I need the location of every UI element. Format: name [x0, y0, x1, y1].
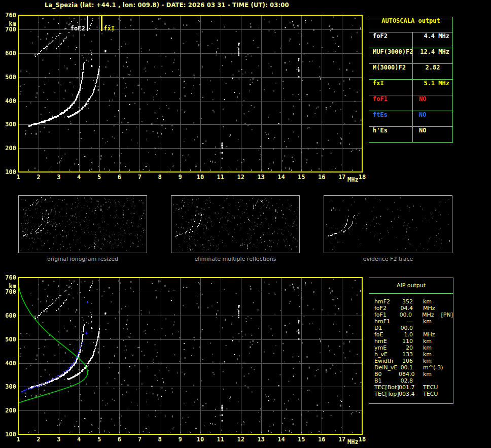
thumbnail-eliminate-reflections	[171, 195, 300, 253]
aip-row: hmE110km	[369, 338, 453, 344]
x-tick-label: 1	[12, 174, 24, 181]
x-tick-label: 17	[336, 436, 348, 443]
aip-panel-rows: hmF2352kmfoF204.4MHzfoF100.0MHz[PN]hmF1-…	[369, 294, 453, 397]
y-tick-label: 200	[0, 145, 16, 152]
aip-row-label: TEC[Top]	[369, 391, 399, 397]
aip-row-value: ---	[399, 318, 413, 325]
x-tick-label: 15	[295, 436, 307, 443]
aip-row-unit: km	[423, 358, 432, 364]
aip-row: foF204.4MHz	[369, 305, 453, 312]
autoscala-row-value: 2.82	[413, 64, 452, 79]
aip-row-value: 001.7	[399, 384, 413, 391]
y-tick-label: 300	[0, 121, 16, 128]
ionogram-plot-bottom-with-profile	[18, 277, 363, 435]
x-tick-label: 15	[295, 174, 307, 181]
aip-row: foE1.0MHz	[369, 331, 453, 338]
autoscala-row-value: 5.1 MHz	[413, 80, 452, 95]
aip-row-label: hmF2	[369, 298, 399, 305]
aip-row-value: 352	[399, 298, 413, 305]
aip-row-unit: TECU	[423, 391, 438, 397]
autoscala-row: foF1NO	[369, 95, 452, 111]
x-tick-label: 7	[133, 174, 146, 181]
autoscala-row: MUF(3000)F212.4 MHz	[369, 48, 452, 64]
y-tick-label: 500	[0, 336, 16, 343]
x-tick-label: 3	[53, 436, 65, 443]
aip-row-value: 00.0	[399, 325, 413, 331]
x-tick-label: 1	[12, 436, 24, 443]
aip-row-unit: MHz	[422, 312, 434, 318]
ionogram-plot-top	[18, 15, 363, 173]
aip-row: hmF2352km	[369, 298, 453, 305]
aip-row-label: D1	[369, 325, 399, 331]
aip-row-label: ymE	[369, 344, 399, 351]
y-tick-label: 760	[0, 274, 16, 281]
aip-row-extra: [PN]	[441, 312, 453, 318]
aip-row: foF100.0MHz[PN]	[369, 312, 453, 318]
x-tick-label: 8	[154, 436, 166, 443]
aip-row: ymE20km	[369, 344, 453, 351]
autoscala-row-value: NO	[413, 111, 452, 126]
aip-row-label: foE	[369, 331, 399, 338]
x-tick-label: 2	[32, 174, 45, 181]
autoscala-row-value: NO	[413, 95, 452, 111]
aip-row: h_vE133km	[369, 351, 453, 358]
autoscala-row: h'EsNO	[369, 127, 452, 142]
thumbnail-caption-evidence: evidence F2 trace	[324, 256, 452, 262]
autoscala-row: M(3000)F22.82	[369, 64, 452, 80]
x-tick-label: 16	[315, 174, 328, 181]
aip-row-unit: km	[423, 298, 432, 305]
aip-row-value: 106	[399, 358, 413, 364]
x-axis-unit-label: MHz	[347, 176, 359, 183]
aip-row-value: 04.4	[399, 305, 413, 312]
x-tick-label: 13	[255, 436, 267, 443]
x-tick-label: 10	[194, 174, 206, 181]
aip-row: hmF1---km	[369, 318, 453, 325]
x-tick-label: 3	[53, 174, 65, 181]
aip-row-unit: m^(-3)	[423, 364, 443, 371]
aip-row-label: foF2	[369, 305, 399, 312]
thumbnail-evidence-f2-trace	[324, 195, 452, 253]
aip-row-unit: km	[423, 351, 432, 358]
aip-row-label: h_vE	[369, 351, 399, 358]
x-tick-label: 12	[235, 174, 247, 181]
x-tick-label: 11	[215, 436, 227, 443]
aip-row-label: hmF1	[369, 318, 399, 325]
thumbnail-caption-eliminate: eliminate multiple reflections	[171, 256, 300, 262]
aip-row-label: B0	[369, 371, 399, 377]
aip-row-label: TEC[Bot]	[369, 384, 399, 391]
y-axis-unit-label: km	[0, 283, 16, 290]
x-tick-label: 6	[113, 436, 125, 443]
aip-row-value: 110	[399, 338, 413, 344]
aip-row-value: 1.0	[399, 331, 413, 338]
y-tick-label: 400	[0, 97, 16, 105]
autoscala-output-table: AUTOSCALA output foF24.4 MHzMUF(3000)F21…	[369, 17, 453, 143]
aip-row-value: 00.1	[399, 364, 413, 371]
aip-row-unit: MHz	[423, 305, 435, 312]
x-tick-label: 17	[336, 174, 348, 181]
y-tick-label: 200	[0, 407, 16, 414]
aip-row-label: hmE	[369, 338, 399, 344]
autoscala-table-rows: foF24.4 MHzMUF(3000)F212.4 MHzM(3000)F22…	[369, 32, 452, 142]
thumbnail-caption-original: original ionogram resized	[18, 256, 147, 262]
x-tick-label: 11	[215, 174, 227, 181]
x-tick-label: 7	[133, 436, 146, 443]
autoscala-row-label: foF1	[369, 95, 413, 111]
thumbnail-original-ionogram	[18, 195, 147, 253]
autoscala-window: La_Spezia (lat: +44.1 , lon: 009.8) - DA…	[0, 0, 491, 448]
aip-row-unit: km	[423, 318, 432, 325]
x-tick-label: 2	[32, 436, 45, 443]
autoscala-row-label: MUF(3000)F2	[369, 48, 413, 63]
aip-row: Ewidth106km	[369, 358, 453, 364]
aip-row-value: 20	[399, 344, 413, 351]
aip-row-unit: km	[423, 338, 432, 344]
y-tick-label: 500	[0, 74, 16, 81]
aip-row-label: DelN_vE	[369, 364, 399, 371]
autoscala-row: fxI5.1 MHz	[369, 80, 452, 95]
autoscala-row: foF24.4 MHz	[369, 32, 452, 48]
autoscala-row-label: M(3000)F2	[369, 64, 413, 79]
aip-row-value: 00.0	[398, 312, 412, 318]
y-tick-label: 600	[0, 50, 16, 57]
aip-row-value: 133	[399, 351, 413, 358]
x-tick-label: 16	[315, 436, 328, 443]
aip-row-value: 003.4	[399, 391, 413, 397]
